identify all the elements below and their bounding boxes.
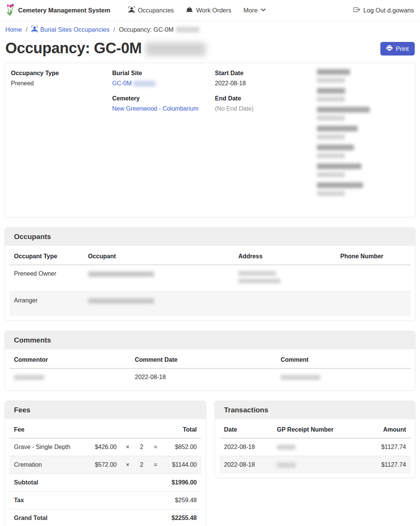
logout-button[interactable]: Log Out d.gowans: [354, 6, 414, 14]
receipt-cell: [272, 456, 359, 474]
grand-total-label: Grand Total: [9, 509, 86, 526]
redacted-field-value: [317, 191, 345, 196]
fee-unit-cell: $426.00: [86, 438, 121, 456]
column-header: Date: [219, 421, 272, 438]
table-row: Cremation $572.00 × 2 = $1144.00: [9, 456, 201, 474]
subtotal-label: Subtotal: [9, 474, 86, 492]
redacted-receipt-number: [277, 445, 296, 450]
start-date-label: Start Date: [215, 69, 317, 77]
redacted-occupant-name: [88, 298, 154, 304]
person-bounding-box-icon: [128, 6, 135, 14]
column-header: Address: [234, 247, 336, 265]
grand-total-row: Grand Total $2255.48: [9, 509, 201, 526]
subtotal-row: Subtotal $1996.00: [9, 474, 201, 492]
breadcrumb-occupancies-link[interactable]: Burial Sites Occupancies: [31, 26, 110, 34]
phone-cell: [336, 265, 411, 292]
occupant-cell: [83, 265, 234, 292]
breadcrumb-home-link[interactable]: Home: [5, 26, 22, 33]
redacted-field: [317, 145, 409, 158]
burial-site-link[interactable]: GC-0M: [112, 80, 156, 86]
redacted-field: [317, 126, 409, 139]
redacted-field-label: [317, 69, 350, 75]
table-row: Preneed Owner: [9, 265, 411, 292]
table-row: 2022-08-18 $1127.74: [219, 456, 411, 474]
print-button[interactable]: Print: [380, 42, 415, 56]
address-cell: [234, 265, 336, 292]
redacted-burial-site-id: [133, 81, 156, 86]
cemetery-link[interactable]: New Greenwood - Columbarium: [112, 105, 199, 112]
details-col-2: Burial Site GC-0M Cemetery New Greenwood…: [112, 69, 215, 118]
nav-item-work-orders[interactable]: Work Orders: [181, 3, 236, 17]
comments-title: Comments: [5, 331, 415, 349]
nav-item-more[interactable]: More: [239, 4, 271, 17]
nav-item-occupancies[interactable]: Occupancies: [124, 3, 178, 17]
column-header: Amount: [359, 421, 411, 438]
column-header: Occupant: [83, 247, 234, 265]
phone-cell: [336, 292, 411, 316]
comment-cell: [276, 369, 411, 386]
redacted-field-value: [317, 134, 345, 139]
column-header: Fee: [9, 421, 86, 438]
redacted-field-label: [317, 182, 363, 188]
comments-card: Comments Commentor Comment Date Comment …: [5, 331, 415, 391]
occupancy-type-label: Occupancy Type: [11, 69, 112, 77]
details-col-1: Occupancy Type Preneed: [11, 69, 112, 93]
details-col-3: Start Date 2022-08-18 End Date (No End D…: [215, 69, 317, 118]
table-row: 2022-08-18: [9, 369, 411, 386]
redacted-field-value: [317, 172, 345, 177]
tax-label: Tax: [9, 492, 86, 509]
comments-table: Commentor Comment Date Comment 2022-08-1…: [9, 351, 411, 386]
tax-value: $259.48: [86, 492, 201, 509]
person-bounding-box-icon: [31, 26, 38, 34]
column-header: Comment Date: [130, 351, 276, 369]
table-row: Grave - Single Depth $426.00 × 2 = $852.…: [9, 438, 201, 456]
occupants-title: Occupants: [5, 228, 415, 246]
tulip-logo-icon: [6, 4, 15, 17]
chevron-down-icon: [261, 7, 266, 14]
subtotal-value: $1996.00: [86, 474, 201, 492]
column-header: Total: [162, 421, 201, 438]
occupant-type-cell: Preneed Owner: [9, 265, 83, 292]
redacted-field-label: [317, 164, 361, 169]
transaction-date-cell: 2022-08-18: [219, 438, 272, 456]
column-header: Occupant Type: [9, 247, 83, 265]
app-brand[interactable]: Cemetery Management System: [6, 4, 110, 17]
amount-cell: $1127.74: [359, 438, 411, 456]
fee-equals-cell: =: [149, 438, 162, 456]
breadcrumb-occupancies-label: Burial Sites Occupancies: [40, 26, 110, 33]
occupancy-type-value: Preneed: [11, 79, 112, 88]
redacted-field: [317, 107, 409, 120]
breadcrumb-separator: /: [113, 26, 115, 33]
redacted-field-label: [317, 126, 358, 131]
address-cell: [234, 292, 336, 316]
redacted-receipt-number: [277, 463, 296, 467]
redacted-field-label: [317, 107, 370, 113]
transactions-card: Transactions Date GP Receipt Number Amou…: [215, 401, 415, 478]
redacted-address-line: [238, 279, 281, 283]
transactions-table: Date GP Receipt Number Amount 2022-08-18…: [219, 421, 411, 474]
redacted-field: [317, 164, 409, 177]
fee-times-cell: ×: [121, 438, 134, 456]
fee-name-cell: Cremation: [9, 456, 86, 474]
transaction-date-cell: 2022-08-18: [219, 456, 272, 474]
occupants-card: Occupants Occupant Type Occupant Address…: [5, 227, 415, 321]
redacted-field-value: [317, 153, 345, 158]
redacted-field: [317, 69, 409, 83]
page-header: Occupancy: GC-0M Print: [0, 37, 420, 63]
nav-item-label: Work Orders: [196, 7, 231, 14]
fees-table: Fee Total Grave - Single Depth $426.00 ×…: [9, 421, 201, 526]
redacted-occupant-name: [88, 271, 154, 277]
fees-title: Fees: [5, 401, 206, 419]
commentor-cell: [9, 369, 130, 386]
cemetery-label: Cemetery: [112, 94, 215, 103]
logout-label: Log Out d.gowans: [363, 7, 414, 14]
fee-qty-cell: 2: [134, 456, 149, 474]
table-row: 2022-08-18 $1127.74: [219, 438, 411, 456]
fee-name-cell: Grave - Single Depth: [9, 438, 86, 456]
fee-unit-cell: $572.00: [86, 456, 121, 474]
print-label: Print: [396, 45, 409, 52]
column-header: GP Receipt Number: [272, 421, 359, 438]
hard-hat-icon: [186, 6, 193, 14]
tax-row: Tax $259.48: [9, 492, 201, 509]
box-arrow-right-icon: [354, 6, 360, 14]
